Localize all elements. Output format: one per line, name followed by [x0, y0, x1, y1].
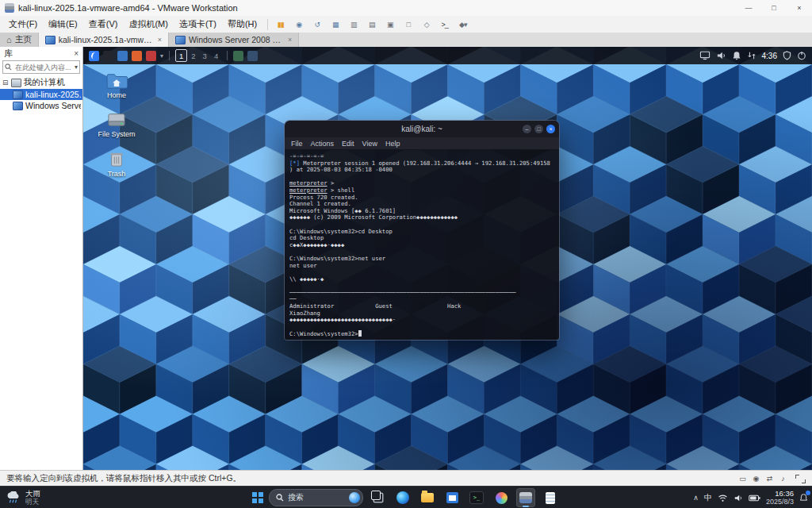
menubar-item-2[interactable]: 查看(V) — [83, 17, 124, 30]
show-library-icon[interactable]: ▥ — [346, 17, 361, 31]
network-icon[interactable] — [747, 51, 756, 60]
taskbar-app-edge[interactable] — [393, 488, 412, 507]
library-search[interactable]: ▾ — [2, 60, 80, 74]
terminal-minimize-button[interactable]: – — [523, 125, 531, 133]
snapshot-take-icon[interactable]: ◉ — [291, 17, 306, 31]
snapshot-manager-icon[interactable]: ▦ — [327, 17, 343, 31]
terminal-window-controls: – □ × — [523, 121, 555, 137]
taskbar-app-vmware-workstation[interactable] — [516, 488, 535, 507]
panel-clock[interactable]: 4:36 — [762, 52, 777, 60]
volume-icon[interactable] — [733, 494, 743, 502]
vm-console[interactable]: ▾ 1234 — [83, 47, 812, 470]
terminal-line: net user — [289, 263, 554, 270]
workspace-4[interactable]: 4 — [211, 50, 221, 61]
network-adapter-icon[interactable]: ⇄ — [764, 473, 776, 484]
tab-close-icon[interactable]: × — [288, 36, 292, 44]
hidden-icons-chevron[interactable]: ∧ — [693, 494, 699, 502]
kali-menu-icon[interactable] — [89, 51, 99, 61]
suspend-icon[interactable]: ▮▮ — [273, 17, 288, 31]
menubar-item-0[interactable]: 文件(F) — [3, 17, 43, 30]
menubar-item-4[interactable]: 选项卡(T) — [174, 17, 222, 30]
minimize-button[interactable]: — — [736, 0, 761, 16]
tab-vm-1[interactable]: kali-linux-2025.1a-vmware-...× — [39, 33, 169, 47]
workspace-3[interactable]: 3 — [200, 50, 210, 61]
terminal-line: c◆◆X◆◆◆◆◆◆◆·◆◆◆◆ — [289, 242, 554, 249]
cdrom-icon[interactable]: ◉ — [750, 473, 762, 484]
firefox-icon[interactable] — [132, 51, 142, 61]
tab-home[interactable]: ⌂主页 — [0, 33, 39, 47]
terminal-menu-view[interactable]: View — [362, 140, 377, 148]
notifications-bell-icon[interactable] — [732, 51, 741, 60]
terminal-icon[interactable] — [103, 51, 113, 61]
terminal-maximize-button[interactable]: □ — [534, 125, 543, 133]
menubar-item-3[interactable]: 虚拟机(M) — [123, 17, 174, 30]
search-dropdown-icon[interactable]: ▾ — [75, 64, 78, 71]
open-console-icon[interactable]: >_ — [437, 17, 452, 31]
terminal-menu-help[interactable]: Help — [385, 140, 400, 148]
desktop-icon-home[interactable]: Home — [93, 72, 140, 99]
taskbar-search[interactable]: 搜索 — [269, 489, 363, 506]
volume-icon[interactable] — [716, 51, 726, 60]
tree-item-my-computer[interactable]: ⊟ 我的计算机 — [0, 76, 82, 89]
close-button[interactable]: × — [787, 0, 812, 16]
terminal-menu-file[interactable]: File — [291, 140, 303, 148]
menubar-item-5[interactable]: 帮助(H) — [222, 17, 262, 30]
weather-widget[interactable]: 大雨 明天 — [6, 487, 40, 508]
taskbar-app-task-view[interactable] — [369, 488, 388, 507]
photos-icon — [496, 492, 508, 504]
show-thumbnail-bar-icon[interactable]: ▤ — [364, 17, 379, 31]
terminal-close-button[interactable]: × — [546, 125, 555, 133]
display-icon[interactable] — [699, 51, 710, 60]
tab-close-icon[interactable]: × — [158, 36, 162, 44]
vmware-logo-icon — [5, 3, 14, 13]
workspace-1[interactable]: 1 — [175, 49, 187, 62]
text-editor-icon[interactable] — [146, 51, 156, 61]
window-list-icon[interactable] — [247, 51, 258, 61]
terminal-menu-edit[interactable]: Edit — [342, 140, 354, 148]
tree-expander-icon[interactable]: ⊟ — [2, 79, 9, 87]
pinned-apps: >_ — [369, 488, 560, 507]
maximize-button[interactable]: □ — [761, 0, 787, 16]
taskbar-app-notepad[interactable] — [541, 488, 560, 507]
sound-icon[interactable]: ♪ — [777, 473, 789, 484]
kali-top-panel: ▾ 1234 — [83, 47, 812, 64]
tree-item-vm-1[interactable]: Windows Serve — [0, 100, 82, 111]
taskbar-app-terminal[interactable]: >_ — [467, 488, 486, 507]
desktop-icon-trash[interactable]: Trash — [93, 150, 140, 178]
bing-icon[interactable] — [349, 492, 360, 503]
library-search-input[interactable] — [13, 63, 73, 72]
screenshot-tool-icon[interactable] — [233, 51, 243, 61]
tab-vm-2[interactable]: Windows Server 2008 R2 x64× — [169, 33, 299, 47]
taskbar-app-file-explorer[interactable] — [418, 488, 437, 507]
console-view-icon[interactable]: ▣ — [382, 17, 397, 31]
taskbar-app-microsoft-store[interactable] — [442, 488, 462, 507]
workspace-2[interactable]: 2 — [188, 50, 198, 61]
taskbar-app-photos[interactable] — [492, 488, 511, 507]
harddisk-icon[interactable]: ▭ — [737, 473, 749, 484]
terminal-menu-actions[interactable]: Actions — [311, 140, 335, 148]
terminal-output[interactable]: -=-=-=-=-=[*] Meterpreter session 1 open… — [285, 150, 559, 340]
tray-clock[interactable]: 16:36 2025/8/3 — [766, 489, 794, 506]
statusbar-fullscreen-icon[interactable] — [795, 475, 806, 483]
library-close-icon[interactable]: × — [74, 49, 79, 58]
notification-bell[interactable] — [799, 493, 808, 502]
kali-terminal-window[interactable]: kali@kali: ~ – □ × FileActionsEditViewHe… — [284, 120, 560, 341]
files-icon[interactable] — [117, 51, 128, 61]
wifi-icon[interactable] — [718, 494, 728, 502]
tree-item-vm-0[interactable]: kali-linux-2025.1 — [0, 89, 82, 100]
terminal-titlebar[interactable]: kali@kali: ~ – □ × — [285, 121, 559, 137]
launcher-dropdown-icon[interactable]: ▾ — [160, 52, 163, 60]
ime-indicator[interactable]: 中 — [704, 492, 712, 503]
unity-icon[interactable]: ◇ — [419, 17, 434, 31]
weather-secondary: 明天 — [25, 498, 40, 506]
fullscreen-icon[interactable]: □ — [400, 17, 416, 31]
menubar-item-1[interactable]: 编辑(E) — [43, 17, 83, 30]
snapshot-revert-icon[interactable]: ↺ — [309, 17, 324, 31]
power-icon[interactable] — [797, 51, 806, 60]
tab-label: kali-linux-2025.1a-vmware-... — [59, 35, 152, 44]
start-button[interactable] — [252, 492, 263, 503]
stretch-guest-icon[interactable]: ◆▾ — [455, 17, 470, 31]
desktop-icon-file-system[interactable]: File System — [93, 111, 140, 138]
battery-icon[interactable] — [749, 495, 760, 502]
screen-lock-icon[interactable] — [783, 51, 791, 60]
